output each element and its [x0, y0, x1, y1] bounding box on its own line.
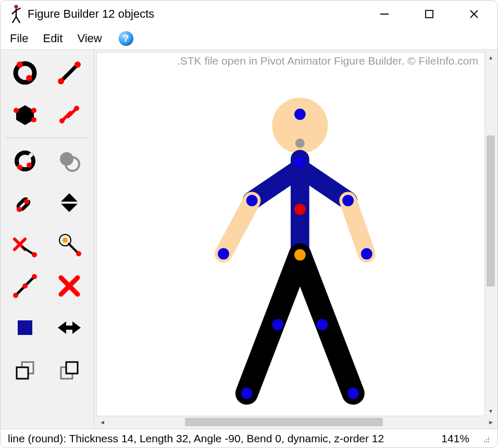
- window-title: Figure Builder 12 objects: [28, 7, 154, 21]
- svg-point-43: [76, 251, 81, 256]
- svg-marker-34: [61, 193, 78, 202]
- svg-point-33: [24, 199, 29, 204]
- close-icon: [469, 9, 479, 19]
- tool-add-spring[interactable]: [48, 95, 91, 134]
- scroll-down-icon[interactable]: ▾: [485, 406, 496, 416]
- statusbar: line (round): Thickness 14, Length 32, A…: [1, 429, 497, 447]
- svg-line-4: [13, 17, 16, 23]
- canvas[interactable]: .STK file open in Pivot Animator Figure …: [96, 52, 485, 416]
- svg-point-75: [272, 319, 283, 330]
- svg-point-15: [74, 61, 81, 68]
- svg-point-27: [27, 163, 32, 168]
- svg-point-17: [14, 108, 19, 113]
- svg-rect-55: [17, 367, 28, 379]
- resize-grip-icon[interactable]: [481, 434, 490, 443]
- flip-horizontal-icon: [55, 313, 84, 342]
- tool-fill-color[interactable]: [4, 308, 46, 347]
- tool-bring-front[interactable]: [48, 350, 91, 389]
- zoom-level: 141%: [441, 432, 471, 445]
- svg-point-19: [31, 117, 36, 122]
- svg-line-5: [16, 17, 20, 23]
- hscroll-thumb[interactable]: [185, 418, 383, 426]
- close-button[interactable]: [462, 4, 486, 24]
- svg-rect-83: [486, 441, 487, 442]
- tool-send-back[interactable]: [4, 350, 46, 389]
- svg-line-62: [223, 201, 252, 254]
- svg-point-46: [22, 283, 28, 289]
- scroll-right-icon[interactable]: ▸: [485, 416, 496, 428]
- tool-add-circle[interactable]: [4, 53, 46, 93]
- svg-rect-81: [488, 439, 489, 440]
- tool-flip-vertical[interactable]: [48, 183, 91, 222]
- svg-point-0: [14, 5, 18, 8]
- delete-icon: [55, 271, 84, 301]
- tool-split-segment[interactable]: [4, 266, 46, 306]
- svg-point-12: [26, 75, 32, 81]
- svg-rect-84: [488, 441, 489, 442]
- help-icon[interactable]: ?: [119, 31, 133, 46]
- svg-point-45: [13, 293, 18, 298]
- scroll-up-icon[interactable]: ▴: [485, 52, 496, 63]
- svg-rect-7: [426, 10, 433, 18]
- app-icon: [10, 6, 22, 22]
- svg-point-18: [31, 108, 36, 113]
- svg-marker-35: [61, 204, 78, 212]
- tool-opacity[interactable]: [48, 141, 91, 181]
- svg-marker-16: [16, 105, 34, 125]
- horizontal-scrollbar[interactable]: ◂ ▸: [96, 416, 496, 428]
- origin-icon: [55, 230, 84, 259]
- vertical-scrollbar[interactable]: ▴ ▾: [485, 52, 496, 416]
- menu-edit[interactable]: Edit: [43, 32, 63, 45]
- minimize-button[interactable]: [372, 4, 396, 24]
- bring-front-icon: [55, 355, 84, 384]
- svg-rect-50: [18, 320, 32, 335]
- tool-add-polygon[interactable]: [4, 95, 46, 134]
- svg-marker-51: [58, 321, 66, 334]
- tool-add-line[interactable]: [48, 53, 91, 93]
- menubar: File Edit View ?: [1, 28, 497, 49]
- spring-tool-icon: [55, 100, 84, 129]
- svg-point-73: [361, 248, 372, 259]
- toolbox: [1, 50, 94, 429]
- svg-point-14: [58, 78, 64, 84]
- canvas-area: .STK file open in Pivot Animator Figure …: [94, 50, 497, 429]
- tool-delete-point[interactable]: [4, 225, 46, 264]
- window-controls: [372, 4, 493, 24]
- svg-marker-52: [72, 321, 81, 334]
- tool-divider: [6, 138, 89, 138]
- maximize-button[interactable]: [417, 4, 441, 24]
- svg-point-69: [246, 195, 258, 206]
- scroll-left-icon[interactable]: ◂: [96, 416, 108, 428]
- svg-point-22: [59, 118, 65, 123]
- vscroll-thumb[interactable]: [487, 135, 495, 287]
- flip-vertical-icon: [55, 188, 84, 217]
- menu-view[interactable]: View: [77, 32, 102, 45]
- svg-point-41: [63, 238, 68, 243]
- svg-point-72: [218, 248, 229, 259]
- svg-rect-80: [486, 439, 487, 440]
- svg-line-2: [12, 10, 16, 14]
- svg-point-39: [32, 252, 37, 257]
- maximize-icon: [425, 9, 434, 19]
- fill-color-icon: [10, 313, 40, 342]
- svg-point-47: [32, 274, 37, 279]
- tool-toggle-circle[interactable]: [4, 141, 46, 181]
- minimize-icon: [380, 9, 389, 19]
- tool-flip-horizontal[interactable]: [48, 308, 91, 347]
- svg-point-26: [17, 165, 22, 170]
- svg-point-76: [317, 319, 328, 330]
- tool-delete[interactable]: [48, 266, 91, 306]
- svg-point-32: [17, 207, 22, 212]
- main-area: .STK file open in Pivot Animator Figure …: [1, 49, 497, 429]
- menu-file[interactable]: File: [10, 32, 28, 45]
- tool-toggle-line-circle[interactable]: [4, 183, 46, 222]
- tool-set-origin[interactable]: [48, 225, 91, 264]
- split-icon: [10, 271, 40, 301]
- svg-point-74: [294, 249, 306, 260]
- svg-point-77: [241, 388, 253, 399]
- svg-point-70: [342, 195, 354, 206]
- svg-line-63: [348, 201, 367, 254]
- delete-point-icon: [10, 230, 40, 259]
- svg-point-11: [17, 61, 23, 68]
- svg-line-13: [61, 65, 78, 81]
